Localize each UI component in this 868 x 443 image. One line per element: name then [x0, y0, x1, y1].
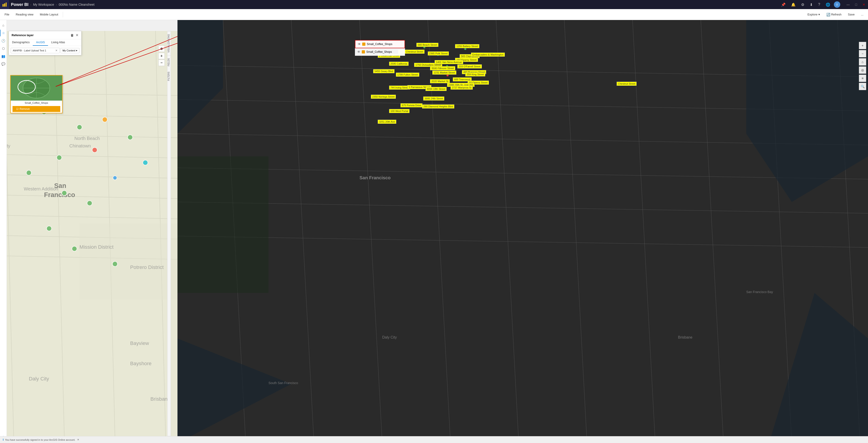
map-label-744-irving: 744 Irving Street: [389, 86, 410, 90]
svg-text:South San Francisco: South San Francisco: [269, 381, 298, 385]
svg-text:Mission District: Mission District: [80, 244, 114, 250]
help-icon[interactable]: ?: [816, 2, 822, 7]
app-name-label: Power BI: [9, 2, 30, 7]
card-remove-area: ☑ Remove: [11, 105, 62, 113]
search-clear-icon[interactable]: ✕: [55, 49, 58, 52]
svg-text:Marin County: Marin County: [7, 144, 10, 148]
maximize-btn[interactable]: □: [852, 0, 860, 9]
map-label-675-portola: 675 Portola Drive: [400, 103, 423, 107]
dropdown-arrow-icon: ▾: [76, 49, 78, 52]
delete-icon[interactable]: 🗑: [70, 33, 74, 37]
more-btn[interactable]: ...: [858, 12, 866, 17]
svg-text:Chinatown: Chinatown: [69, 144, 91, 148]
left-sidebar: ⌂ ☆ 🕐 ⬡ 👥 💬 👤: [0, 20, 7, 443]
map-label-2727-mariposa: 2727 Mariposa St: [451, 86, 473, 90]
ribbon-sep-1: [63, 12, 63, 17]
arcgis-layers-btn[interactable]: ≡: [859, 75, 866, 82]
svg-text:Western Addition: Western Addition: [24, 186, 58, 191]
filter-label: My Content: [63, 49, 75, 52]
pin-icon[interactable]: 📌: [779, 2, 787, 8]
sidebar-icon-star[interactable]: ☆: [0, 30, 7, 36]
app-icon: [0, 0, 9, 9]
card-thumbnail: [11, 75, 62, 101]
file-menu[interactable]: File: [2, 12, 12, 17]
layer-color-0: [362, 42, 365, 46]
map-label-3500-fillmore: 3500 Fillmore Street: [430, 66, 455, 70]
refresh-btn[interactable]: 🔄 Refresh: [824, 12, 844, 17]
svg-point-44: [113, 176, 117, 180]
zoom-in-btn[interactable]: +: [158, 53, 165, 59]
bell-icon[interactable]: 🔔: [789, 2, 798, 8]
svg-rect-2: [6, 2, 7, 7]
status-bar: ℹ You have successfully signed in to you…: [0, 436, 868, 443]
panel-title: Reference layer: [11, 33, 34, 37]
tab-demographics[interactable]: Demographics: [9, 39, 33, 46]
tab-living-atlas[interactable]: Living Atlas: [48, 39, 68, 46]
title-icons: 📌 🔔 ⚙ ⬇ ? 🌐 U: [779, 1, 844, 8]
svg-point-39: [102, 117, 107, 122]
save-btn[interactable]: Save: [845, 12, 858, 17]
panel-tabs: Demographics ArcGIS Living Atlas: [9, 39, 81, 46]
svg-point-45: [62, 190, 67, 195]
settings-icon[interactable]: ⚙: [799, 2, 806, 8]
sidebar-icon-home[interactable]: ⌂: [0, 22, 7, 29]
avatar[interactable]: U: [834, 1, 840, 8]
minimize-btn[interactable]: —: [844, 0, 852, 9]
arcgis-search-btn[interactable]: 🔍: [859, 83, 866, 90]
map-label-5455-geary: 5455 Geary Blvd: [373, 69, 395, 73]
status-close-btn[interactable]: ✕: [77, 438, 79, 441]
svg-point-47: [143, 160, 148, 165]
svg-text:San Francisco Bay: San Francisco Bay: [746, 290, 773, 294]
compass-btn[interactable]: ⊕: [158, 45, 165, 52]
svg-text:Francisco: Francisco: [44, 191, 75, 198]
map-label-290-diamond: 290 Diamond Heights Blvd: [422, 104, 454, 108]
sidebar-icon-people[interactable]: 👥: [0, 53, 7, 60]
map-label-3995-24th: 3995 24th Street: [423, 96, 444, 101]
reading-view-btn[interactable]: Reading view: [13, 12, 36, 17]
download-icon[interactable]: ⬇: [808, 2, 814, 8]
svg-rect-20: [80, 223, 178, 299]
search-box[interactable]: AM4PBI - Label Upload Test 1 ✕: [11, 48, 60, 53]
map-label-1799-fulton: 1799 Fulton Street: [396, 72, 419, 77]
chestnut-street-label: Chestnut Street: [617, 82, 637, 86]
svg-text:Daly City: Daly City: [29, 376, 50, 382]
panel-close-btn[interactable]: ✕: [75, 33, 79, 37]
zoom-out-btn[interactable]: −: [158, 60, 165, 66]
filename-label: 000No Name Cleansheet: [57, 3, 96, 6]
sidebar-icon-clock[interactable]: 🕐: [0, 37, 7, 44]
sidebar-icon-chat[interactable]: 💬: [0, 61, 7, 67]
card-label: Small_Coffee_Shops: [11, 101, 62, 105]
filters-tab[interactable]: FILTERS: [167, 69, 170, 84]
search-row: AM4PBI - Label Upload Test 1 ✕ My Conten…: [9, 46, 81, 55]
arcgis-map-svg: San Francisco Daly City Brisbane South S…: [178, 20, 868, 443]
svg-point-40: [128, 135, 133, 140]
arcgis-locate-btn[interactable]: ◎: [859, 66, 866, 74]
filter-dropdown[interactable]: My Content ▾: [61, 48, 80, 53]
svg-text:San Francisco: San Francisco: [360, 175, 391, 180]
panel-header: Reference layer 🗑 ✕: [9, 31, 81, 39]
workspace-label: My Workspace: [31, 3, 56, 6]
arcgis-map-area: San Francisco Daly City Brisbane South S…: [178, 20, 868, 443]
explore-btn[interactable]: Explore ▾: [805, 12, 823, 17]
svg-point-41: [92, 148, 97, 153]
sidebar-icon-cube[interactable]: ⬡: [0, 45, 7, 52]
map-label-2020-market: 2020 Market St: [430, 79, 450, 83]
reference-layer-panel: Reference layer 🗑 ✕ Demographics ArcGIS …: [9, 31, 82, 55]
svg-rect-1: [4, 3, 5, 7]
coffee-shop-card: Small_Coffee_Shops ☑ Remove: [10, 75, 63, 113]
tab-arcgis[interactable]: ArcGIS: [33, 39, 48, 46]
svg-text:North Beach: North Beach: [74, 136, 100, 141]
map-label-259-king: 259 King Street: [465, 72, 485, 76]
mobile-layout-btn[interactable]: Mobile Layout: [37, 12, 61, 17]
svg-text:Bayshore: Bayshore: [130, 361, 152, 366]
close-btn[interactable]: ✕: [860, 0, 868, 9]
left-map-zoom: ⊕ + −: [158, 45, 865, 66]
map-label-3251-20th: 3251 20th Ave: [378, 120, 396, 124]
svg-text:Brisbane: Brisbane: [678, 336, 692, 339]
svg-text:Potrero District: Potrero District: [130, 264, 164, 270]
globe-icon[interactable]: 🌐: [824, 2, 832, 8]
map-label-4094-18th: 4094 18th Street: [426, 87, 446, 91]
svg-point-42: [57, 155, 62, 160]
remove-btn[interactable]: ☑ Remove: [12, 106, 60, 112]
window-controls: — □ ✕: [844, 0, 868, 9]
